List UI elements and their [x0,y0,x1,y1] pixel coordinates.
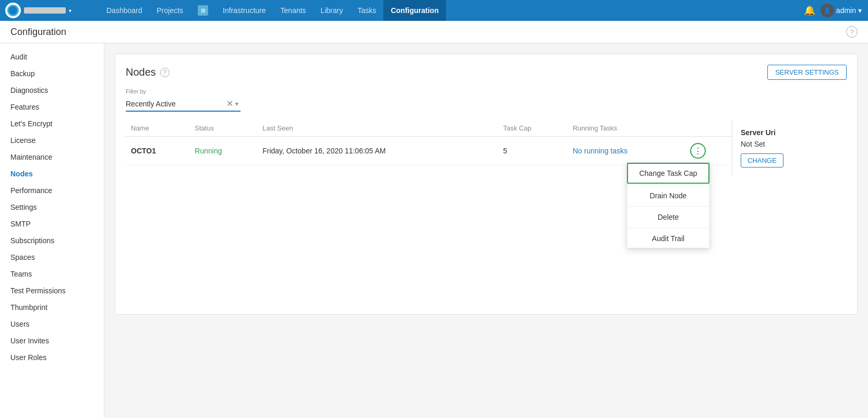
cell-status: Running [189,137,257,165]
context-menu: Change Task Cap Drain Node Delete Audit … [626,162,710,248]
nodes-title-area: Nodes ? [126,66,170,78]
nav-item-projects[interactable]: Projects [150,0,191,21]
col-task-cap: Task Cap [498,120,568,137]
sidebar-item-thumbprint[interactable]: Thumbprint [0,299,104,316]
cell-running-tasks: No running tasks [568,137,685,165]
menu-divider [627,185,709,185]
nav-item-tasks[interactable]: Tasks [350,0,383,21]
server-uri-value: Not Set [741,140,838,148]
sidebar: Audit Backup Diagnostics Features Let's … [0,43,104,418]
logo-chevron-icon: ▾ [69,8,71,14]
col-name: Name [126,120,189,137]
table-header-row: Name Status Last Seen Task Cap Running T… [126,120,732,137]
logo-icon [5,3,21,18]
col-status: Status [189,120,257,137]
sidebar-item-performance[interactable]: Performance [0,182,104,199]
filter-area: Filter by Recently Active ✕ ▾ [126,88,847,112]
page-title: Configuration [10,27,66,38]
right-panel: Server Uri Not Set CHANGE [732,120,847,176]
filter-label: Filter by [126,88,847,94]
nav-items: Dashboard Projects ⊞ Infrastructure Tena… [99,0,446,21]
menu-divider-2 [627,206,709,207]
kebab-menu-button[interactable]: ⋮ Change Task Cap Drain Node Delete [690,143,706,159]
sidebar-item-features[interactable]: Features [0,99,104,115]
user-avatar: 👤 [821,4,834,17]
sidebar-item-subscriptions[interactable]: Subscriptions [0,232,104,249]
server-uri-title: Server Uri [741,128,838,137]
table-row: OCTO1 Running Friday, October 16, 2020 1… [126,137,732,165]
filter-chevron-icon[interactable]: ▾ [235,100,238,108]
table-with-panel: Name Status Last Seen Task Cap Running T… [126,120,847,176]
context-menu-item-change-task-cap[interactable]: Change Task Cap [627,163,709,184]
user-menu[interactable]: 👤 admin ▾ [821,4,862,17]
user-chevron-icon: ▾ [858,6,862,15]
filter-clear-icon[interactable]: ✕ [226,99,233,109]
sidebar-item-spaces[interactable]: Spaces [0,249,104,266]
sidebar-item-users[interactable]: Users [0,316,104,332]
logo-area[interactable]: ▾ [0,3,99,18]
nav-item-infrastructure[interactable]: Infrastructure [215,0,273,21]
col-running-tasks: Running Tasks [568,120,685,137]
sidebar-item-test-permissions[interactable]: Test Permissions [0,282,104,299]
top-nav-right: 🔔 👤 admin ▾ [804,4,868,17]
sidebar-item-user-invites[interactable]: User Invites [0,332,104,349]
sidebar-item-maintenance[interactable]: Maintenance [0,149,104,165]
sidebar-item-user-roles[interactable]: User Roles [0,349,104,366]
content-panel: Nodes ? SERVER SETTINGS Filter by Recent… [115,54,858,315]
menu-divider-3 [627,228,709,228]
nav-item-configuration[interactable]: Configuration [383,0,446,21]
action-cell: ⋮ Change Task Cap Drain Node Delete [685,137,732,165]
table-area: Name Status Last Seen Task Cap Running T… [126,120,732,176]
sidebar-item-lets-encrypt[interactable]: Let's Encrypt [0,115,104,132]
nodes-help-icon[interactable]: ? [160,68,170,77]
sidebar-item-teams[interactable]: Teams [0,266,104,282]
infrastructure-icon: ⊞ [198,5,208,16]
sidebar-item-smtp[interactable]: SMTP [0,216,104,232]
nodes-title: Nodes [126,66,156,78]
sidebar-item-nodes[interactable]: Nodes [0,165,104,182]
context-menu-item-drain-node[interactable]: Drain Node [627,186,709,205]
nav-item-infrastructure-icon[interactable]: ⊞ [190,0,215,21]
col-actions [685,120,732,137]
context-menu-item-delete[interactable]: Delete [627,208,709,226]
main-content: Nodes ? SERVER SETTINGS Filter by Recent… [104,43,868,418]
logo-text [24,7,66,14]
sidebar-item-diagnostics[interactable]: Diagnostics [0,82,104,99]
col-last-seen: Last Seen [257,120,498,137]
page-header: Configuration ? [0,21,868,43]
sidebar-item-settings[interactable]: Settings [0,199,104,216]
server-settings-button[interactable]: SERVER SETTINGS [767,65,847,80]
nav-item-tenants[interactable]: Tenants [273,0,314,21]
user-name: admin [836,6,856,15]
layout: Audit Backup Diagnostics Features Let's … [0,43,868,418]
nodes-table: Name Status Last Seen Task Cap Running T… [126,120,732,165]
running-tasks-label: No running tasks [573,147,628,155]
notifications-bell-icon[interactable]: 🔔 [804,5,815,16]
context-menu-item-audit-trail[interactable]: Audit Trail [627,229,709,248]
nodes-header: Nodes ? SERVER SETTINGS [126,65,847,80]
cell-name: OCTO1 [126,137,189,165]
status-running-label: Running [195,147,222,155]
sidebar-item-license[interactable]: License [0,132,104,149]
filter-input-row: Recently Active ✕ ▾ [126,97,240,112]
nav-item-dashboard[interactable]: Dashboard [99,0,150,21]
cell-last-seen: Friday, October 16, 2020 11:06:05 AM [257,137,498,165]
top-navigation: ▾ Dashboard Projects ⊞ Infrastructure Te… [0,0,868,21]
nav-item-library[interactable]: Library [314,0,351,21]
sidebar-item-backup[interactable]: Backup [0,65,104,82]
cell-task-cap: 5 [498,137,568,165]
change-button[interactable]: CHANGE [741,153,783,168]
sidebar-item-audit[interactable]: Audit [0,49,104,65]
filter-value: Recently Active [126,100,224,108]
page-help-icon[interactable]: ? [846,26,858,38]
